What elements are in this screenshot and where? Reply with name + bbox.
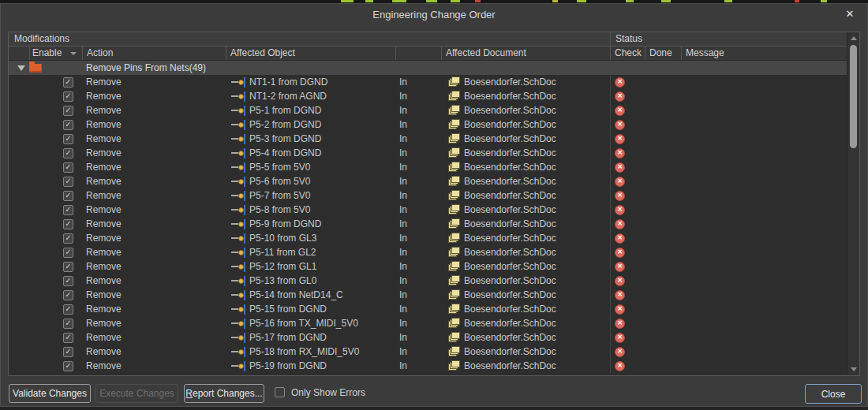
affected-object-cell: P5-18 from RX_MIDI_5V0: [226, 345, 395, 359]
affected-object-label: NT1-2 from AGND: [249, 91, 327, 102]
column-header-message[interactable]: Message: [681, 47, 859, 60]
document-icon: [448, 162, 460, 173]
document-icon: [448, 219, 460, 229]
vertical-scrollbar[interactable]: [847, 32, 859, 375]
error-icon: ✕: [615, 148, 625, 158]
table-row[interactable]: ✓ Remove P5-17 from DGND In Boesendorfer…: [9, 330, 859, 345]
column-header-done[interactable]: Done: [645, 47, 681, 60]
enable-checkbox[interactable]: ✓: [63, 333, 73, 343]
direction-cell: In: [395, 330, 441, 345]
table-row[interactable]: ✓ Remove P5-4 from DGND In Boesendorfer.…: [9, 146, 859, 160]
error-icon: ✕: [615, 205, 625, 215]
enable-checkbox[interactable]: ✓: [63, 205, 73, 215]
close-icon[interactable]: ✕: [844, 8, 856, 20]
table-row[interactable]: ✓ Remove P5-14 from NetD14_C In Boesendo…: [9, 288, 859, 302]
table-row[interactable]: ✓ Remove P5-12 from GL1 In Boesendorfer.…: [9, 259, 859, 274]
tree-cell: [9, 188, 29, 203]
affected-object-cell: P5-7 from 5V0: [226, 188, 395, 203]
column-header-affected-object[interactable]: Affected Object: [226, 47, 395, 60]
action-cell: Remove: [82, 217, 226, 231]
document-icon: [448, 106, 460, 116]
checkmark-icon: ✓: [65, 305, 71, 313]
column-header-check[interactable]: Check: [610, 47, 645, 60]
scroll-up-icon[interactable]: [851, 36, 857, 40]
expand-triangle-icon[interactable]: [17, 65, 25, 71]
message-cell: [681, 259, 859, 274]
check-status-cell: ✕: [610, 217, 645, 231]
pin-icon: [231, 91, 246, 102]
affected-document-label: Boesendorfer.SchDoc: [464, 119, 556, 130]
enable-cell: ✓: [29, 245, 82, 259]
affected-document-label: Boesendorfer.SchDoc: [464, 261, 556, 272]
affected-document-cell: Boesendorfer.SchDoc: [441, 345, 610, 359]
action-cell: Remove: [82, 146, 226, 160]
enable-checkbox[interactable]: ✓: [63, 91, 73, 102]
table-row[interactable]: ✓ Remove P5-18 from RX_MIDI_5V0 In Boese…: [9, 345, 859, 359]
table-row[interactable]: ✓ Remove NT1-1 from DGND In Boesendorfer…: [9, 75, 859, 89]
enable-checkbox[interactable]: ✓: [63, 361, 73, 371]
only-show-errors-checkbox[interactable]: [275, 387, 285, 397]
table-row[interactable]: ✓ Remove P5-16 from TX_MIDI_5V0 In Boese…: [9, 316, 859, 330]
column-header-blank[interactable]: [395, 47, 441, 60]
enable-checkbox[interactable]: ✓: [63, 248, 73, 258]
enable-checkbox[interactable]: ✓: [63, 276, 73, 286]
action-cell: Remove: [82, 231, 226, 245]
direction-cell: In: [395, 245, 441, 259]
column-header-action[interactable]: Action: [82, 47, 226, 60]
group-row[interactable]: Remove Pins From Nets(49): [9, 61, 859, 75]
table-row[interactable]: ✓ Remove P5-5 from 5V0 In Boesendorfer.S…: [9, 160, 859, 174]
pin-icon: [231, 106, 246, 116]
enable-checkbox[interactable]: ✓: [63, 319, 73, 329]
message-cell: [681, 316, 859, 330]
enable-checkbox[interactable]: ✓: [63, 106, 73, 116]
filter-caret-icon[interactable]: [70, 52, 77, 55]
enable-checkbox[interactable]: ✓: [63, 120, 73, 130]
enable-checkbox[interactable]: ✓: [63, 148, 73, 158]
column-header-affected-document[interactable]: Affected Document: [441, 47, 610, 60]
dialog-titlebar[interactable]: Engineering Change Order ✕: [1, 4, 867, 26]
checkmark-icon: ✓: [65, 163, 71, 171]
done-status-cell: [645, 330, 681, 345]
table-row[interactable]: ✓ Remove P5-10 from GL3 In Boesendorfer.…: [9, 231, 859, 245]
table-row[interactable]: ✓ Remove P5-13 from GL0 In Boesendorfer.…: [9, 274, 859, 288]
enable-checkbox[interactable]: ✓: [63, 262, 73, 272]
table-row[interactable]: ✓ Remove NT1-2 from AGND In Boesendorfer…: [9, 89, 859, 103]
column-header-enable[interactable]: Enable: [29, 47, 82, 60]
table-row[interactable]: ✓ Remove P5-15 from DGND In Boesendorfer…: [9, 302, 859, 316]
table-row[interactable]: ✓ Remove P5-1 from DGND In Boesendorfer.…: [9, 103, 859, 117]
enable-checkbox[interactable]: ✓: [63, 134, 73, 144]
enable-checkbox[interactable]: ✓: [63, 162, 73, 173]
tree-cell: [9, 103, 29, 117]
table-row[interactable]: ✓ Remove P5-9 from DGND In Boesendorfer.…: [9, 217, 859, 231]
enable-cell: ✓: [29, 188, 82, 203]
enable-checkbox[interactable]: ✓: [63, 304, 73, 315]
table-row[interactable]: ✓ Remove P5-7 from 5V0 In Boesendorfer.S…: [9, 188, 859, 203]
affected-object-label: P5-10 from GL3: [249, 233, 316, 244]
enable-checkbox[interactable]: ✓: [63, 233, 73, 244]
enable-checkbox[interactable]: ✓: [63, 347, 73, 357]
affected-document-label: Boesendorfer.SchDoc: [464, 76, 556, 88]
table-row[interactable]: ✓ Remove P5-19 from DGND In Boesendorfer…: [9, 359, 859, 373]
close-button[interactable]: Close: [805, 384, 862, 404]
table-row[interactable]: ✓ Remove P5-11 from GL2 In Boesendorfer.…: [9, 245, 859, 259]
table-row[interactable]: ✓ Remove P5-8 from 5V0 In Boesendorfer.S…: [9, 203, 859, 217]
enable-checkbox[interactable]: ✓: [63, 290, 73, 300]
enable-checkbox[interactable]: ✓: [63, 177, 73, 187]
enable-checkbox[interactable]: ✓: [63, 219, 73, 229]
table-row[interactable]: ✓ Remove P5-6 from 5V0 In Boesendorfer.S…: [9, 174, 859, 188]
enable-checkbox[interactable]: ✓: [63, 191, 73, 201]
enable-checkbox[interactable]: ✓: [63, 77, 73, 88]
scroll-down-icon[interactable]: [851, 367, 857, 371]
affected-object-cell: P5-4 from DGND: [226, 146, 395, 160]
table-row[interactable]: ✓ Remove P5-3 from DGND In Boesendorfer.…: [9, 132, 859, 146]
check-status-cell: ✕: [610, 174, 645, 188]
report-changes-button[interactable]: Report Changes...: [184, 384, 264, 403]
affected-object-cell: P5-16 from TX_MIDI_5V0: [226, 316, 395, 330]
table-row[interactable]: ✓ Remove P5-2 from DGND In Boesendorfer.…: [9, 117, 859, 132]
tree-cell: [9, 345, 29, 359]
affected-document-cell: Boesendorfer.SchDoc: [441, 117, 610, 132]
validate-changes-button[interactable]: Validate Changes: [9, 384, 91, 403]
affected-document-cell: Boesendorfer.SchDoc: [441, 302, 610, 316]
execute-changes-button[interactable]: Execute Changes: [95, 384, 178, 403]
scrollbar-thumb[interactable]: [850, 45, 857, 148]
